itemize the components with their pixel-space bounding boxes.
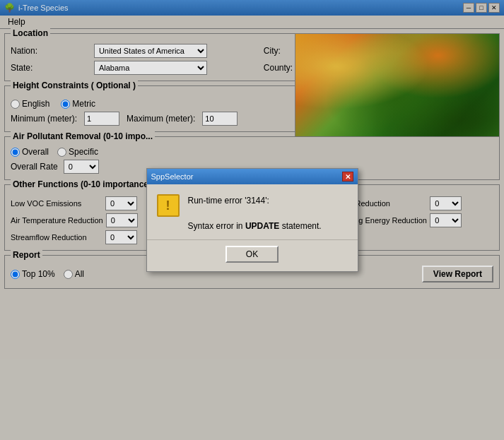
dialog-title-bar: SppSelector ✕ xyxy=(147,169,358,184)
dialog-footer: OK xyxy=(147,239,358,271)
error-dialog: SppSelector ✕ ! Run-time error '3144': S… xyxy=(146,168,358,272)
error-line2: Syntax error in UPDATE statement. xyxy=(188,221,322,231)
ok-button[interactable]: OK xyxy=(225,246,279,263)
dialog-message: Run-time error '3144': Syntax error in U… xyxy=(188,194,322,232)
dialog-close-button[interactable]: ✕ xyxy=(342,172,353,182)
error-line1: Run-time error '3144': xyxy=(188,196,269,206)
dialog-body: ! Run-time error '3144': Syntax error in… xyxy=(147,184,358,239)
dialog-overlay: SppSelector ✕ ! Run-time error '3144': S… xyxy=(0,0,504,440)
warning-icon: ! xyxy=(157,194,180,217)
dialog-title: SppSelector xyxy=(151,172,342,181)
